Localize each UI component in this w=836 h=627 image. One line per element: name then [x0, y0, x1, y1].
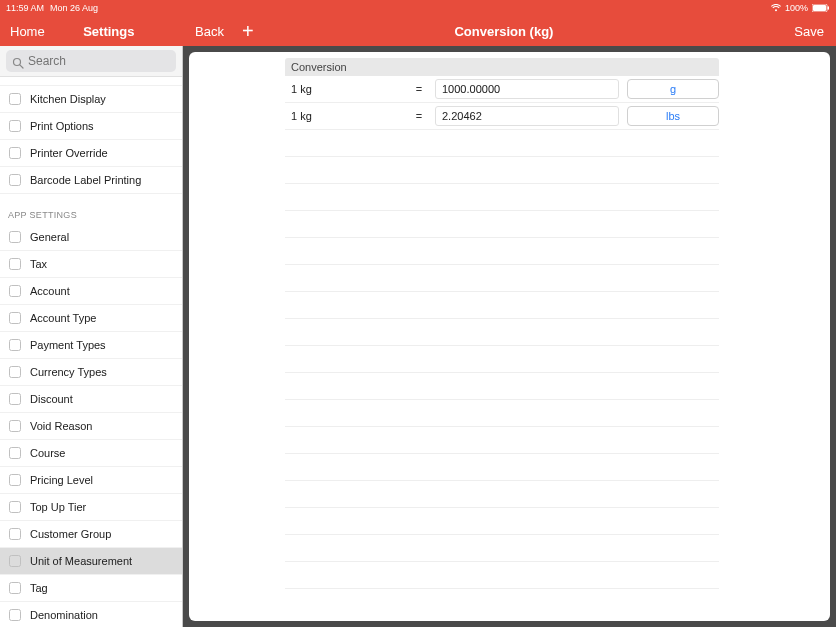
sidebar-item-partial[interactable] — [0, 77, 182, 86]
target-unit-button[interactable]: g — [627, 79, 719, 99]
sidebar-item-icon — [8, 173, 22, 187]
sidebar-item-icon — [8, 119, 22, 133]
search-icon — [12, 55, 24, 67]
sidebar-item-icon — [8, 527, 22, 541]
sidebar-item-pricing-level[interactable]: Pricing Level — [0, 467, 182, 494]
table-row-empty — [285, 508, 719, 535]
sidebar-item-icon — [8, 146, 22, 160]
sidebar-item-printer-override[interactable]: Printer Override — [0, 140, 182, 167]
conversion-value-input[interactable] — [435, 79, 619, 99]
svg-rect-22 — [10, 583, 21, 594]
table-row-empty — [285, 562, 719, 589]
from-unit-cell: 1 kg — [285, 83, 403, 95]
battery-icon — [812, 4, 830, 12]
sidebar-item-account[interactable]: Account — [0, 278, 182, 305]
status-bar: 11:59 AM Mon 26 Aug 100% — [0, 0, 836, 16]
svg-rect-12 — [10, 313, 21, 324]
sidebar-item-customer-group[interactable]: Customer Group — [0, 521, 182, 548]
sidebar-item-tag[interactable]: Tag — [0, 575, 182, 602]
table-row-empty — [285, 346, 719, 373]
content-area: Conversion 1 kg=g1 kg=lbs — [183, 46, 836, 627]
sidebar-item-icon — [8, 257, 22, 271]
sidebar-item-kitchen-display[interactable]: Kitchen Display — [0, 86, 182, 113]
table-row-empty — [285, 535, 719, 562]
sidebar-item-icon — [8, 284, 22, 298]
sidebar-item-label: General — [30, 231, 69, 243]
table-row: 1 kg=lbs — [285, 103, 719, 130]
back-button[interactable]: Back — [195, 24, 224, 39]
sidebar-item-icon — [8, 92, 22, 106]
sidebar-item-account-type[interactable]: Account Type — [0, 305, 182, 332]
svg-rect-18 — [10, 475, 21, 486]
sidebar-item-tax[interactable]: Tax — [0, 251, 182, 278]
sidebar-item-label: Course — [30, 447, 65, 459]
page-title: Conversion (kg) — [234, 24, 775, 39]
conversion-value-input[interactable] — [435, 106, 619, 126]
svg-rect-15 — [10, 394, 21, 405]
svg-rect-9 — [10, 232, 21, 243]
table-row-empty — [285, 157, 719, 184]
sidebar: Kitchen DisplayPrint OptionsPrinter Over… — [0, 46, 183, 627]
sidebar-item-label: Print Options — [30, 120, 94, 132]
sidebar-item-general[interactable]: General — [0, 224, 182, 251]
svg-rect-11 — [10, 286, 21, 297]
sidebar-item-label: Kitchen Display — [30, 93, 106, 105]
svg-rect-5 — [10, 94, 21, 105]
sidebar-item-label: Account — [30, 285, 70, 297]
table-row-empty — [285, 400, 719, 427]
svg-rect-14 — [10, 367, 21, 378]
sidebar-item-label: Tax — [30, 258, 47, 270]
sidebar-item-icon — [8, 230, 22, 244]
sidebar-item-discount[interactable]: Discount — [0, 386, 182, 413]
status-date: Mon 26 Aug — [50, 3, 98, 13]
svg-rect-16 — [10, 421, 21, 432]
sidebar-item-print-options[interactable]: Print Options — [0, 113, 182, 140]
sidebar-item-label: Barcode Label Printing — [30, 174, 141, 186]
save-button[interactable]: Save — [794, 24, 824, 39]
equals-cell: = — [411, 83, 427, 95]
from-unit-cell: 1 kg — [285, 110, 403, 122]
sidebar-item-currency-types[interactable]: Currency Types — [0, 359, 182, 386]
sidebar-item-void-reason[interactable]: Void Reason — [0, 413, 182, 440]
sidebar-item-label: Customer Group — [30, 528, 111, 540]
svg-rect-21 — [10, 556, 21, 567]
sidebar-item-unit-of-measurement[interactable]: Unit of Measurement — [0, 548, 182, 575]
sidebar-item-icon — [8, 473, 22, 487]
table-row-empty — [285, 211, 719, 238]
sidebar-item-label: Account Type — [30, 312, 96, 324]
sidebar-item-icon — [8, 608, 22, 622]
table-row-empty — [285, 292, 719, 319]
table-row-empty — [285, 373, 719, 400]
table-header: Conversion — [285, 58, 719, 76]
sidebar-item-icon — [8, 500, 22, 514]
sidebar-item-denomination[interactable]: Denomination — [0, 602, 182, 627]
sidebar-item-label: Denomination — [30, 609, 98, 621]
sidebar-item-icon — [8, 365, 22, 379]
status-battery-pct: 100% — [785, 3, 808, 13]
equals-cell: = — [411, 110, 427, 122]
table-row-empty — [285, 130, 719, 157]
table-row: 1 kg=g — [285, 76, 719, 103]
sidebar-item-course[interactable]: Course — [0, 440, 182, 467]
sidebar-section-header: APP SETTINGS — [0, 194, 182, 224]
svg-rect-8 — [10, 175, 21, 186]
svg-rect-2 — [828, 6, 830, 10]
home-button[interactable]: Home — [10, 24, 45, 39]
status-time: 11:59 AM — [6, 3, 44, 13]
sidebar-item-payment-types[interactable]: Payment Types — [0, 332, 182, 359]
sidebar-item-label: Tag — [30, 582, 48, 594]
target-unit-button[interactable]: lbs — [627, 106, 719, 126]
content-panel: Conversion 1 kg=g1 kg=lbs — [189, 52, 830, 621]
search-input[interactable] — [6, 50, 176, 72]
settings-title: Settings — [83, 24, 134, 39]
sidebar-item-top-up-tier[interactable]: Top Up Tier — [0, 494, 182, 521]
table-row-empty — [285, 427, 719, 454]
sidebar-item-icon — [8, 311, 22, 325]
table-row-empty — [285, 481, 719, 508]
svg-line-4 — [20, 65, 23, 68]
svg-rect-20 — [10, 529, 21, 540]
sidebar-item-label: Payment Types — [30, 339, 106, 351]
sidebar-item-label: Void Reason — [30, 420, 92, 432]
sidebar-item-barcode-label-printing[interactable]: Barcode Label Printing — [0, 167, 182, 194]
sidebar-item-icon — [8, 554, 22, 568]
